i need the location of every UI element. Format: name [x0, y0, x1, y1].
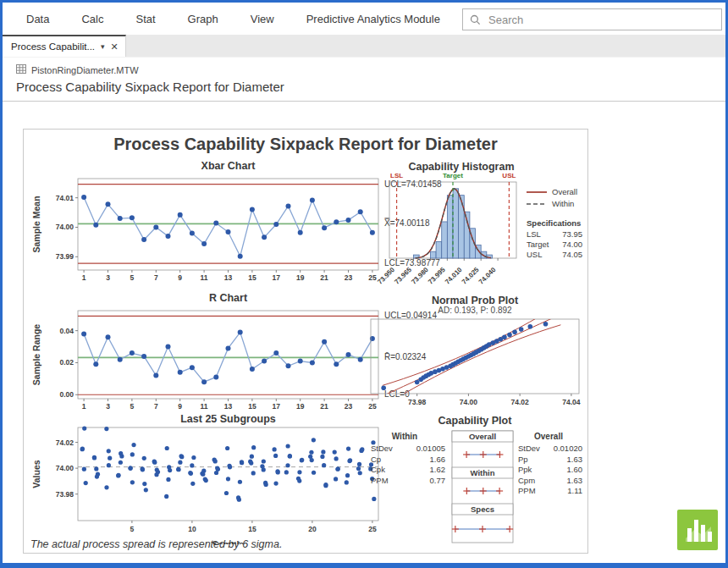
svg-text:17: 17: [273, 402, 281, 411]
menu-item-graph[interactable]: Graph: [188, 13, 218, 25]
svg-text:1: 1: [82, 402, 86, 411]
svg-text:1.62: 1.62: [430, 465, 446, 474]
svg-text:15: 15: [248, 525, 256, 533]
svg-text:AD: 0.193, P: 0.892: AD: 0.193, P: 0.892: [438, 306, 512, 315]
svg-text:13: 13: [224, 402, 233, 411]
svg-text:1.60: 1.60: [567, 465, 583, 474]
svg-text:StDev: StDev: [371, 444, 393, 453]
chevron-down-icon[interactable]: ▾: [101, 42, 105, 51]
report-footnote: The actual process spread is represented…: [30, 538, 282, 550]
svg-text:21: 21: [320, 273, 328, 282]
svg-text:73.965: 73.965: [393, 266, 413, 286]
menu-item-view[interactable]: View: [251, 13, 274, 25]
svg-text:5: 5: [130, 525, 135, 533]
graph-tool-icon[interactable]: [677, 510, 718, 550]
svg-text:74.025: 74.025: [461, 266, 481, 286]
svg-text:73.95: 73.95: [562, 229, 582, 239]
svg-text:0.01005: 0.01005: [416, 444, 445, 453]
svg-text:LSL: LSL: [527, 229, 541, 239]
svg-text:5: 5: [130, 273, 135, 282]
svg-text:73.995: 73.995: [427, 266, 447, 286]
svg-text:74.00: 74.00: [56, 464, 74, 472]
svg-text:Capability Histogram: Capability Histogram: [408, 161, 514, 173]
svg-text:74.02: 74.02: [511, 398, 530, 406]
svg-text:17: 17: [273, 273, 281, 282]
menu-item-predictive-analytics[interactable]: Predictive Analytics Module: [306, 13, 440, 25]
tab-strip: Process Capabilit... ▾ ✕: [3, 35, 725, 58]
svg-text:Cpm: Cpm: [518, 476, 535, 485]
svg-text:Overall: Overall: [552, 187, 577, 196]
svg-text:5: 5: [130, 402, 135, 411]
close-icon[interactable]: ✕: [111, 41, 119, 52]
svg-text:LSL: LSL: [390, 172, 403, 179]
svg-text:74.010: 74.010: [444, 266, 464, 286]
svg-text:Capability Plot: Capability Plot: [438, 415, 513, 427]
svg-text:Overall: Overall: [469, 432, 496, 441]
svg-text:73.98: 73.98: [56, 490, 74, 499]
svg-text:0.04: 0.04: [59, 327, 74, 335]
svg-text:1.63: 1.63: [567, 476, 583, 485]
menu-item-calc[interactable]: Calc: [81, 13, 103, 25]
svg-text:3: 3: [106, 273, 110, 282]
svg-text:PPM: PPM: [371, 476, 389, 485]
divider: [3, 101, 725, 102]
capability-histogram: Capability HistogramLSLTargetUSL73.95073…: [364, 160, 586, 304]
svg-text:Xbar Chart: Xbar Chart: [201, 160, 256, 172]
svg-text:Ppk: Ppk: [518, 465, 532, 474]
svg-text:1: 1: [82, 273, 86, 282]
svg-text:9: 9: [178, 402, 182, 411]
svg-text:19: 19: [296, 402, 305, 411]
svg-text:Cp: Cp: [371, 455, 381, 464]
svg-text:11: 11: [201, 402, 208, 411]
normal-prob-plot: Normal Prob PlotAD: 0.193, P: 0.89273.98…: [364, 295, 586, 409]
search-icon: [470, 14, 481, 25]
svg-text:10: 10: [188, 525, 196, 533]
svg-text:0.00: 0.00: [59, 390, 74, 399]
svg-text:PPM: PPM: [518, 486, 536, 495]
svg-text:StDev: StDev: [518, 444, 540, 453]
svg-text:Target: Target: [527, 240, 549, 249]
svg-text:R Chart: R Chart: [209, 292, 248, 304]
worksheet-grid-icon: [16, 64, 26, 75]
svg-text:20: 20: [308, 525, 317, 533]
svg-text:1.66: 1.66: [430, 455, 446, 464]
svg-text:73.980: 73.980: [410, 266, 430, 286]
menu-item-stat[interactable]: Stat: [135, 13, 155, 25]
svg-text:74.02: 74.02: [56, 438, 74, 447]
svg-text:0.77: 0.77: [430, 476, 446, 485]
menu-bar: Data Calc Stat Graph View Predictive Ana…: [3, 3, 725, 35]
worksheet-link[interactable]: PistonRingDiameter.MTW: [16, 64, 139, 75]
svg-text:Values: Values: [31, 460, 41, 488]
svg-text:15: 15: [248, 273, 256, 282]
svg-text:Sample Range: Sample Range: [31, 324, 41, 386]
search-box[interactable]: [462, 8, 722, 30]
worksheet-name: PistonRingDiameter.MTW: [31, 65, 139, 75]
svg-text:73.98: 73.98: [408, 398, 427, 406]
menu-item-data[interactable]: Data: [26, 13, 49, 25]
svg-text:23: 23: [345, 402, 353, 411]
svg-text:Sample Mean: Sample Mean: [31, 196, 41, 252]
svg-text:9: 9: [178, 273, 182, 282]
svg-text:Within: Within: [392, 432, 417, 441]
svg-text:15: 15: [248, 402, 256, 411]
svg-text:74.00: 74.00: [56, 223, 74, 231]
svg-text:USL: USL: [502, 172, 516, 179]
app-window: Data Calc Stat Graph View Predictive Ana…: [0, 0, 728, 568]
svg-text:23: 23: [345, 273, 353, 282]
tab-process-capability[interactable]: Process Capabilit... ▾ ✕: [3, 35, 126, 57]
svg-text:Within: Within: [552, 199, 574, 208]
svg-text:1.63: 1.63: [567, 455, 583, 464]
svg-text:7: 7: [154, 402, 158, 411]
page-title: Process Capability Sixpack Report for Di…: [16, 80, 284, 94]
svg-text:74.04: 74.04: [562, 398, 581, 406]
search-input[interactable]: [487, 13, 702, 27]
tab-label: Process Capabilit...: [11, 41, 95, 52]
svg-text:Overall: Overall: [534, 432, 563, 441]
svg-text:73.99: 73.99: [56, 252, 74, 261]
svg-text:USL: USL: [527, 250, 542, 259]
svg-text:Cpk: Cpk: [371, 465, 385, 474]
svg-text:Within: Within: [471, 468, 495, 477]
svg-text:Pp: Pp: [518, 455, 528, 464]
svg-text:74.05: 74.05: [562, 250, 582, 259]
svg-text:74.00: 74.00: [460, 398, 478, 406]
